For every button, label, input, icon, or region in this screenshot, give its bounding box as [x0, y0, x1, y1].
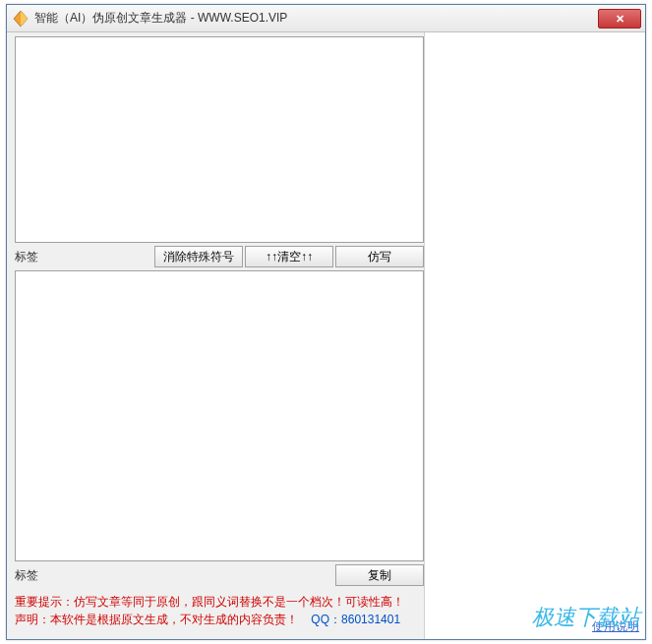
titlebar: 智能（AI）伪原创文章生成器 - WWW.SEO1.VIP ✕	[7, 5, 645, 32]
rewrite-button[interactable]: 仿写	[335, 246, 424, 267]
top-toolbar: 标签 消除特殊符号 ↑↑清空↑↑ 仿写	[15, 245, 424, 268]
notice-line2a: 声明：本软件是根据原文生成，不对生成的内容负责！	[15, 613, 298, 626]
output-textarea[interactable]	[15, 270, 424, 561]
top-label: 标签	[15, 249, 38, 265]
bottom-toolbar: 标签 复制	[15, 563, 424, 587]
usage-link[interactable]: 使用说明	[592, 618, 639, 635]
left-panel: 标签 消除特殊符号 ↑↑清空↑↑ 仿写 标签 复制 重要提示：仿写文章等同于原创…	[7, 32, 424, 639]
copy-button[interactable]: 复制	[335, 564, 424, 586]
right-panel: 使用说明	[424, 32, 645, 639]
bottom-label: 标签	[15, 567, 38, 584]
app-icon	[13, 11, 29, 27]
close-button[interactable]: ✕	[598, 9, 641, 29]
notice-text: 重要提示：仿写文章等同于原创，跟同义词替换不是一个档次！可读性高！ 声明：本软件…	[15, 593, 424, 628]
window-title: 智能（AI）伪原创文章生成器 - WWW.SEO1.VIP	[34, 10, 598, 27]
clear-special-button[interactable]: 消除特殊符号	[154, 246, 243, 267]
app-window: 智能（AI）伪原创文章生成器 - WWW.SEO1.VIP ✕ 标签 消除特殊符…	[6, 4, 646, 640]
client-area: 标签 消除特殊符号 ↑↑清空↑↑ 仿写 标签 复制 重要提示：仿写文章等同于原创…	[7, 32, 645, 639]
notice-qq: QQ：860131401	[311, 613, 400, 626]
notice-line1: 重要提示：仿写文章等同于原创，跟同义词替换不是一个档次！可读性高！	[15, 595, 404, 609]
input-textarea[interactable]	[15, 36, 424, 243]
clear-button[interactable]: ↑↑清空↑↑	[245, 246, 333, 267]
